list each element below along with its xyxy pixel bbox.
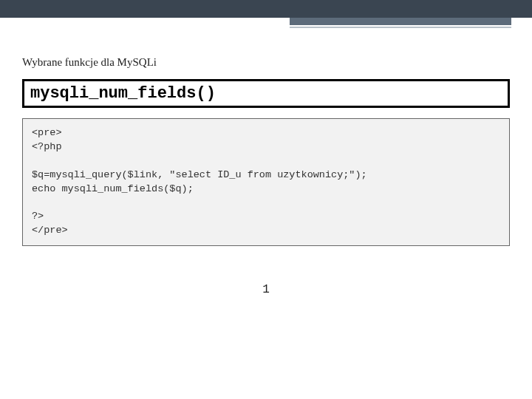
slide-subtitle: Wybrane funkcje dla MySQLi bbox=[22, 56, 510, 69]
slide-content: Wybrane funkcje dla MySQLi mysqli_num_fi… bbox=[0, 18, 532, 296]
code-example-box: <pre> <?php $q=mysqli_query($link, "sele… bbox=[22, 118, 510, 246]
top-bar bbox=[0, 0, 532, 18]
accent-decoration bbox=[290, 18, 511, 28]
function-title-box: mysqli_num_fields() bbox=[22, 79, 510, 108]
code-output: 1 bbox=[22, 283, 510, 296]
